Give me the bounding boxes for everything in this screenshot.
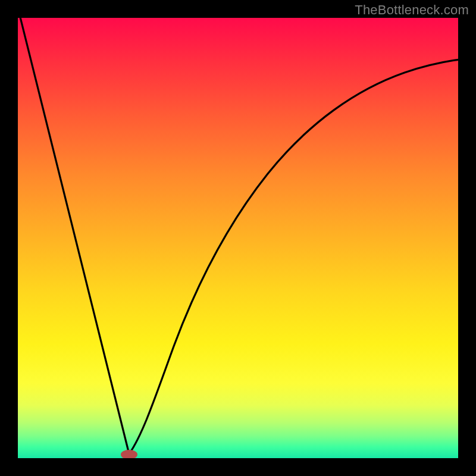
bottleneck-marker-icon (121, 450, 137, 458)
chart-frame: TheBottleneck.com (0, 0, 476, 476)
curve-left-branch (20, 18, 129, 454)
plot-area (18, 18, 458, 458)
bottleneck-curve (18, 18, 458, 458)
curve-right-branch (129, 60, 458, 454)
watermark-text: TheBottleneck.com (355, 2, 469, 18)
